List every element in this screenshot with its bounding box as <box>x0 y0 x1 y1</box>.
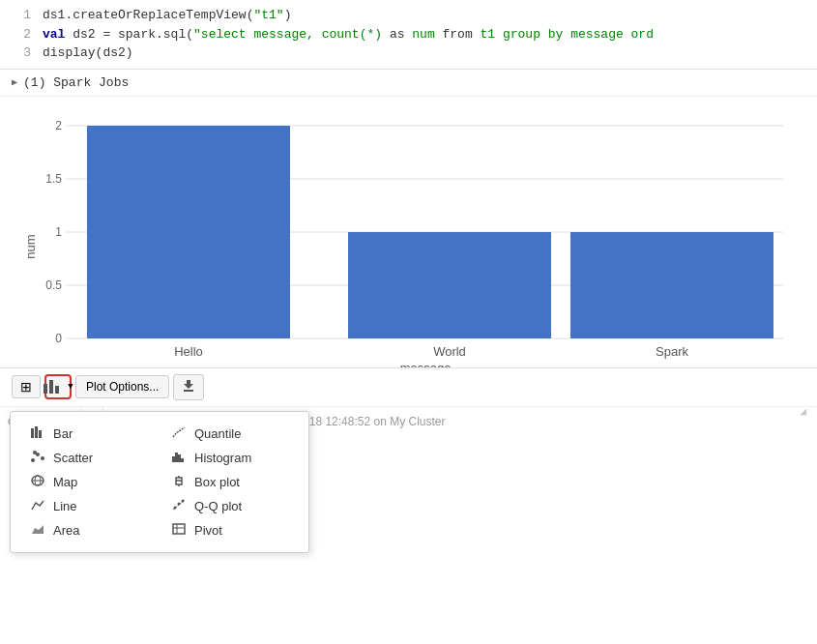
svg-marker-18 <box>184 380 193 389</box>
scatter-menu-icon <box>30 451 45 465</box>
svg-point-23 <box>31 458 35 462</box>
svg-rect-15 <box>44 384 47 394</box>
svg-rect-42 <box>173 524 185 534</box>
line-number-2: 2 <box>8 25 31 44</box>
svg-text:1: 1 <box>55 225 62 239</box>
bar-hello <box>87 126 290 338</box>
menu-item-qqplot[interactable]: Q-Q plot <box>160 494 301 518</box>
line-number-3: 3 <box>8 44 31 63</box>
menu-label-qqplot: Q-Q plot <box>194 499 242 513</box>
bar-chart: num 2 1.5 1 0.5 0 Hello World Spark mess… <box>19 106 793 367</box>
boxplot-menu-icon <box>171 475 187 489</box>
code-text-3: display(ds2) <box>43 44 133 63</box>
chart-type-dropdown: Bar Scatter Map <box>10 411 309 553</box>
svg-rect-21 <box>35 426 38 438</box>
code-editor: 1 ds1.createOrReplaceTempView("t1") 2 va… <box>0 0 817 70</box>
qqplot-menu-icon <box>171 499 187 513</box>
resize-handle: ◢ <box>800 404 813 418</box>
menu-label-pivot: Pivot <box>194 523 222 538</box>
svg-point-39 <box>174 506 177 509</box>
spark-jobs-label: (1) Spark Jobs <box>23 75 129 90</box>
svg-rect-34 <box>181 458 184 462</box>
menu-item-bar[interactable]: Bar <box>18 422 160 446</box>
spark-jobs-row[interactable]: ▶ (1) Spark Jobs <box>0 70 817 97</box>
menu-label-histogram: Histogram <box>194 451 251 465</box>
code-line-3: 3 display(ds2) <box>0 44 817 63</box>
bar-world <box>348 232 551 338</box>
code-line-1: 1 ds1.createOrReplaceTempView("t1") <box>0 6 817 25</box>
chart-type-button[interactable]: ▼ <box>44 374 72 399</box>
menu-item-scatter[interactable]: Scatter <box>18 446 160 470</box>
menu-item-boxplot[interactable]: Box plot <box>160 470 301 494</box>
plot-options-button[interactable]: Plot Options... <box>75 375 169 398</box>
bar-spark <box>570 232 773 338</box>
svg-text:Spark: Spark <box>656 344 688 359</box>
menu-label-quantile: Quantile <box>194 426 241 441</box>
table-view-button[interactable]: ⊞ <box>12 375 41 398</box>
menu-label-scatter: Scatter <box>53 451 93 465</box>
line-number-1: 1 <box>8 6 31 25</box>
menu-item-histogram[interactable]: Histogram <box>160 446 301 470</box>
svg-rect-33 <box>178 454 181 462</box>
histogram-menu-icon <box>171 451 187 465</box>
map-menu-icon <box>30 475 45 489</box>
svg-text:2: 2 <box>55 119 62 132</box>
svg-text:message: message <box>400 361 452 367</box>
menu-label-area: Area <box>53 523 79 538</box>
svg-point-26 <box>33 451 37 454</box>
svg-rect-20 <box>31 428 34 438</box>
menu-item-line[interactable]: Line <box>18 494 160 518</box>
svg-point-40 <box>178 502 181 505</box>
svg-rect-31 <box>172 456 175 462</box>
svg-rect-16 <box>49 380 53 394</box>
code-line-2: 2 val ds2 = spark.sql("select message, c… <box>0 25 817 44</box>
bar-chart-icon <box>39 376 64 397</box>
menu-item-map[interactable]: Map <box>18 470 160 494</box>
svg-marker-30 <box>32 525 44 534</box>
svg-text:num: num <box>23 234 38 258</box>
svg-text:1.5: 1.5 <box>45 172 62 186</box>
spark-jobs-arrow-icon: ▶ <box>12 76 17 88</box>
svg-text:0: 0 <box>55 332 62 345</box>
download-icon <box>182 379 195 393</box>
quantile-menu-icon <box>171 426 187 441</box>
menu-item-quantile[interactable]: Quantile <box>160 422 301 446</box>
menu-item-pivot[interactable]: Pivot <box>160 518 301 542</box>
toolbar: ⊞ ▼ Plot Options... Bar <box>0 367 817 406</box>
line-menu-icon <box>30 499 45 513</box>
svg-text:0.5: 0.5 <box>45 278 62 292</box>
svg-point-25 <box>41 456 44 460</box>
pivot-menu-icon <box>171 523 187 538</box>
menu-item-area[interactable]: Area <box>18 518 160 542</box>
svg-text:Hello: Hello <box>174 344 203 359</box>
chart-container: num 2 1.5 1 0.5 0 Hello World Spark mess… <box>0 97 817 367</box>
area-menu-icon <box>30 523 45 538</box>
table-icon: ⊞ <box>20 379 32 395</box>
svg-rect-19 <box>184 390 193 392</box>
menu-label-line: Line <box>53 499 77 513</box>
download-button[interactable] <box>173 374 204 400</box>
code-text-2: val ds2 = spark.sql("select message, cou… <box>43 25 654 44</box>
menu-label-map: Map <box>53 475 77 489</box>
svg-text:World: World <box>433 344 466 359</box>
bar-menu-icon <box>30 426 45 441</box>
svg-rect-22 <box>39 430 42 438</box>
svg-rect-17 <box>55 386 59 394</box>
menu-label-bar: Bar <box>53 426 73 441</box>
menu-label-boxplot: Box plot <box>194 475 240 489</box>
code-text-1: ds1.createOrReplaceTempView("t1") <box>43 6 291 25</box>
svg-point-41 <box>182 499 185 502</box>
svg-rect-32 <box>175 453 178 462</box>
